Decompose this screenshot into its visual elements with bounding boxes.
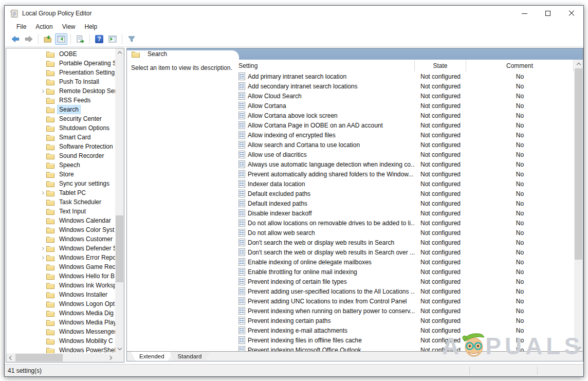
setting-row-disable-indexer-backoff[interactable]: Disable indexer backoff Not configured N… (235, 208, 574, 218)
column-header-setting[interactable]: Setting (235, 60, 415, 71)
expand-chevron-icon[interactable] (38, 303, 46, 305)
tree-item-oobe[interactable]: OOBE (6, 49, 115, 59)
setting-row-do-not-allow-web-search[interactable]: Do not allow web search Not configured N… (235, 228, 574, 238)
setting-row-enable-indexing-of-online-delegate-mailb[interactable]: Enable indexing of online delegate mailb… (235, 257, 574, 267)
tree-item-windows-hello-for-b[interactable]: Windows Hello for B (6, 271, 115, 281)
tree-item-windows-customer[interactable]: Windows Customer (6, 234, 115, 244)
expand-chevron-icon[interactable] (38, 220, 46, 222)
column-header-comment[interactable]: Comment (466, 60, 574, 71)
menu-help[interactable]: Help (80, 22, 102, 31)
tree-item-text-input[interactable]: Text Input (6, 207, 115, 216)
setting-row-allow-search-and-cortana-to-use-location[interactable]: Allow search and Cortana to use location… (235, 140, 574, 150)
close-button[interactable] (560, 6, 583, 21)
expand-chevron-icon[interactable] (38, 108, 46, 111)
expand-chevron-icon[interactable] (38, 99, 46, 102)
tree-item-shutdown-options[interactable]: Shutdown Options (6, 123, 115, 133)
setting-row-allow-cortana[interactable]: Allow Cortana Not configured No (235, 101, 574, 111)
setting-row-allow-cortana-page-in-oobe-on-an-aad-acc[interactable]: Allow Cortana Page in OOBE on an AAD acc… (235, 120, 574, 130)
setting-row-don-t-search-the-web-or-display-web-resu[interactable]: Don't search the web or display web resu… (235, 238, 574, 247)
menu-file[interactable]: File (12, 22, 31, 31)
expand-chevron-icon[interactable] (38, 321, 46, 324)
scrollbar-thumb[interactable] (575, 68, 582, 260)
expand-chevron-icon[interactable] (38, 340, 46, 342)
expand-chevron-icon[interactable] (38, 118, 46, 120)
setting-row-prevent-adding-user-specified-locations-[interactable]: Prevent adding user-specified locations … (235, 286, 574, 296)
setting-row-allow-use-of-diacritics[interactable]: Allow use of diacritics Not configured N… (235, 150, 574, 159)
list-vertical-scrollbar[interactable] (574, 60, 583, 352)
setting-row-always-use-automatic-language-detection-[interactable]: Always use automatic language detection … (235, 159, 574, 169)
column-header-state[interactable]: State (415, 60, 466, 71)
tree-item-windows-error-repo[interactable]: Windows Error Repo (6, 253, 115, 262)
tree-item-windows-media-dig[interactable]: Windows Media Dig (6, 309, 115, 318)
tree-item-sync-your-settings[interactable]: Sync your settings (6, 179, 115, 188)
tree-item-portable-operating-s[interactable]: Portable Operating S (6, 59, 115, 68)
filter-button[interactable] (125, 33, 138, 45)
setting-row-prevent-adding-unc-locations-to-index-fr[interactable]: Prevent adding UNC locations to index fr… (235, 296, 574, 306)
tab-standard[interactable]: Standard (170, 352, 210, 361)
expand-chevron-icon[interactable] (38, 312, 46, 315)
tree-item-windows-powershel[interactable]: Windows PowerShel (6, 346, 115, 353)
tree-item-rss-feeds[interactable]: RSS Feeds (6, 96, 115, 105)
tree-item-search[interactable]: Search (6, 105, 115, 114)
expand-chevron-icon[interactable] (38, 183, 46, 185)
tree-item-windows-installer[interactable]: Windows Installer (6, 290, 115, 299)
expand-chevron-icon[interactable] (38, 284, 46, 287)
tree-item-windows-mobility-c[interactable]: Windows Mobility C (6, 336, 115, 346)
expand-chevron-icon[interactable] (38, 238, 46, 241)
scroll-down-button[interactable] (115, 344, 124, 353)
tree-item-windows-ink-worksp[interactable]: Windows Ink Worksp (6, 281, 115, 290)
setting-row-prevent-indexing-when-running-on-battery[interactable]: Prevent indexing when running on battery… (235, 306, 574, 316)
help-button[interactable]: ? (93, 33, 105, 45)
scrollbar-thumb[interactable] (15, 354, 63, 361)
expand-chevron-icon[interactable] (38, 294, 46, 296)
setting-row-don-t-search-the-web-or-display-web-resu[interactable]: Don't search the web or display web resu… (235, 247, 574, 257)
setting-row-prevent-indexing-of-certain-file-types[interactable]: Prevent indexing of certain file types N… (235, 277, 574, 286)
tree-item-sound-recorder[interactable]: Sound Recorder (6, 151, 115, 160)
setting-row-allow-indexing-of-encrypted-files[interactable]: Allow indexing of encrypted files Not co… (235, 130, 574, 140)
setting-row-allow-cloud-search[interactable]: Allow Cloud Search Not configured No (235, 91, 574, 101)
tree-item-software-protection[interactable]: Software Protection (6, 142, 115, 151)
export-list-button[interactable] (74, 33, 86, 45)
expand-chevron-icon[interactable] (38, 146, 46, 148)
minimize-button[interactable] (512, 6, 536, 21)
setting-row-add-secondary-intranet-search-locations[interactable]: Add secondary intranet search locations … (235, 81, 574, 91)
tree-horizontal-scrollbar[interactable] (6, 353, 115, 362)
setting-row-add-primary-intranet-search-location[interactable]: Add primary intranet search location Not… (235, 71, 574, 81)
tree-item-task-scheduler[interactable]: Task Scheduler (6, 197, 115, 207)
setting-row-allow-cortana-above-lock-screen[interactable]: Allow Cortana above lock screen Not conf… (235, 111, 574, 120)
expand-chevron-icon[interactable] (38, 173, 46, 176)
setting-row-default-indexed-paths[interactable]: Default indexed paths Not configured No (235, 198, 574, 208)
expand-chevron-icon[interactable] (38, 164, 46, 167)
expand-chevron-icon[interactable] (38, 155, 46, 157)
expand-chevron-icon[interactable] (38, 127, 46, 130)
menu-view[interactable]: View (58, 22, 80, 31)
tree-item-windows-calendar[interactable]: Windows Calendar (6, 216, 115, 225)
scroll-up-button[interactable] (115, 48, 124, 57)
expand-chevron-icon[interactable] (38, 201, 46, 204)
expand-chevron-icon[interactable] (38, 136, 46, 139)
expand-chevron-icon[interactable] (38, 81, 46, 83)
tree-item-security-center[interactable]: Security Center (6, 114, 115, 123)
setting-row-indexer-data-location[interactable]: Indexer data location Not configured No (235, 179, 574, 189)
show-console-tree-button[interactable] (55, 33, 67, 45)
tab-extended[interactable]: Extended (131, 352, 173, 361)
back-button[interactable] (9, 33, 22, 45)
setting-row-default-excluded-paths[interactable]: Default excluded paths Not configured No (235, 189, 574, 198)
expand-chevron-icon[interactable] (38, 266, 46, 268)
tree-item-windows-game-rec[interactable]: Windows Game Rec (6, 262, 115, 271)
setting-row-prevent-automatically-adding-shared-fold[interactable]: Prevent automatically adding shared fold… (235, 169, 574, 179)
expand-chevron-icon[interactable] (38, 257, 46, 259)
expand-chevron-icon[interactable] (38, 275, 46, 278)
tree-item-speech[interactable]: Speech (6, 160, 115, 170)
tree-item-windows-defender-s[interactable]: Windows Defender S (6, 244, 115, 253)
expand-chevron-icon[interactable] (38, 71, 46, 74)
tree-item-windows-logon-opt[interactable]: Windows Logon Opt (6, 299, 115, 309)
tree-item-remote-desktop-ser[interactable]: Remote Desktop Ser (6, 86, 115, 96)
setting-row-prevent-indexing-certain-paths[interactable]: Prevent indexing certain paths Not confi… (235, 316, 574, 325)
scrollbar-thumb[interactable] (116, 215, 123, 282)
tree-item-tablet-pc[interactable]: Tablet PC (6, 188, 115, 197)
tree-vertical-scrollbar[interactable] (115, 48, 124, 353)
tree-item-windows-media-play[interactable]: Windows Media Play (6, 318, 115, 327)
expand-chevron-icon[interactable] (38, 331, 46, 333)
tree-item-windows-messenger[interactable]: Windows Messenger (6, 327, 115, 336)
